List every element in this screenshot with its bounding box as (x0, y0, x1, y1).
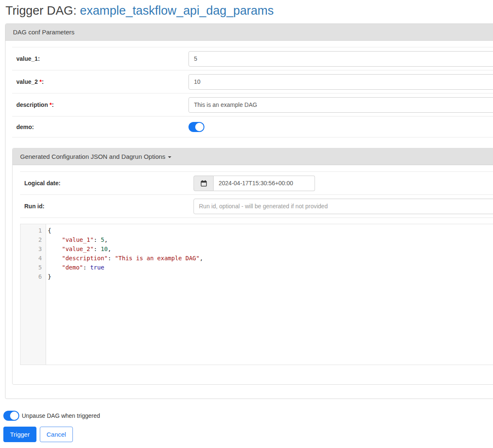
value_1-input[interactable] (188, 51, 493, 67)
toggle-knob (195, 123, 204, 131)
page-title-prefix: Trigger DAG: (5, 4, 80, 17)
generated-config-panel-body: Logical date: (13, 165, 493, 384)
demo-label: demo: (12, 124, 188, 130)
dag-conf-panel: DAG conf Parameters value_1:value_2 *:de… (5, 23, 493, 399)
line-number: 6 (21, 272, 46, 281)
generated-config-panel: Generated Configuration JSON and Dagrun … (12, 148, 493, 385)
unpause-row: Unpause DAG when triggered (3, 411, 493, 421)
json-config-editor: 123456 { "value_1": 5, "value_2": 10, "d… (20, 224, 493, 365)
run-id-input[interactable] (194, 199, 493, 214)
param-row-description: description *: (12, 93, 493, 117)
value_2-input[interactable] (188, 74, 493, 90)
description-control (188, 97, 493, 113)
code-line: "value_2": 10, (48, 244, 493, 254)
code-line: "description": "This is an example DAG", (48, 254, 493, 263)
param-row-value_2: value_2 *: (12, 70, 493, 93)
generated-config-heading-label: Generated Configuration JSON and Dagrun … (20, 153, 165, 160)
line-number: 3 (21, 244, 46, 254)
cancel-button[interactable]: Cancel (40, 427, 73, 442)
toggle-knob (10, 412, 18, 420)
run-id-row: Run id: (20, 195, 493, 218)
line-number: 2 (21, 235, 46, 244)
value_1-control (188, 51, 493, 67)
line-number: 4 (21, 254, 46, 263)
caret-down-icon (168, 156, 171, 158)
run-id-label: Run id: (20, 203, 194, 210)
demo-toggle[interactable] (188, 122, 204, 132)
logical-date-row: Logical date: (20, 172, 493, 195)
demo-control (188, 122, 493, 132)
value_2-label: value_2 *: (12, 78, 188, 85)
logical-date-control (194, 176, 493, 191)
action-buttons: Trigger Cancel (3, 427, 493, 442)
dag-conf-panel-heading: DAG conf Parameters (5, 24, 493, 41)
dag-conf-panel-body: value_1:value_2 *:description *:demo: Ge… (5, 41, 493, 399)
unpause-label: Unpause DAG when triggered (22, 412, 100, 419)
calendar-icon (200, 180, 207, 187)
logical-date-input[interactable] (214, 176, 315, 191)
editor-gutter: 123456 (21, 224, 46, 365)
value_1-label: value_1: (12, 55, 188, 62)
required-marker: * (38, 78, 41, 85)
run-id-control (194, 199, 493, 214)
trigger-button[interactable]: Trigger (3, 427, 36, 442)
unpause-toggle[interactable] (3, 411, 19, 421)
line-number: 5 (21, 263, 46, 272)
logical-date-input-group (194, 176, 315, 191)
description-input[interactable] (188, 97, 493, 113)
generated-config-panel-heading[interactable]: Generated Configuration JSON and Dagrun … (13, 148, 493, 165)
required-marker: * (48, 101, 52, 108)
datepicker-button[interactable] (194, 176, 214, 191)
logical-date-label: Logical date: (20, 180, 194, 186)
dagrun-form: Logical date: (20, 171, 493, 218)
code-line: } (48, 272, 493, 281)
code-line: { (48, 226, 493, 235)
param-row-demo: demo: (12, 117, 493, 137)
value_2-control (188, 74, 493, 90)
page-title: Trigger DAG: example_taskflow_api_dag_pa… (5, 3, 493, 18)
description-label: description *: (12, 101, 188, 108)
line-number: 1 (21, 226, 46, 235)
editor-code-area[interactable]: { "value_1": 5, "value_2": 10, "descript… (46, 224, 493, 365)
code-line: "value_1": 5, (48, 235, 493, 244)
param-form: value_1:value_2 *:description *:demo: (12, 47, 493, 137)
dag-id-link[interactable]: example_taskflow_api_dag_params (80, 4, 274, 17)
code-line: "demo": true (48, 263, 493, 272)
param-row-value_1: value_1: (12, 47, 493, 70)
